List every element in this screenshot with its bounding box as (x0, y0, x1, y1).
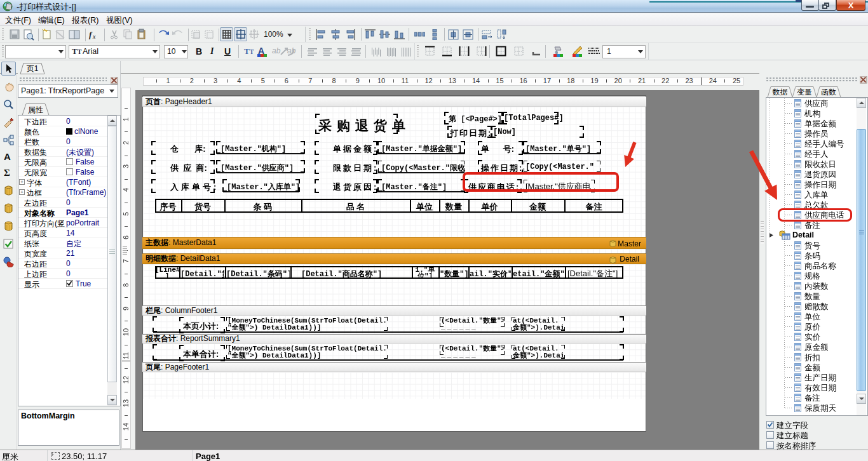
svg-text:x: x (92, 33, 96, 40)
